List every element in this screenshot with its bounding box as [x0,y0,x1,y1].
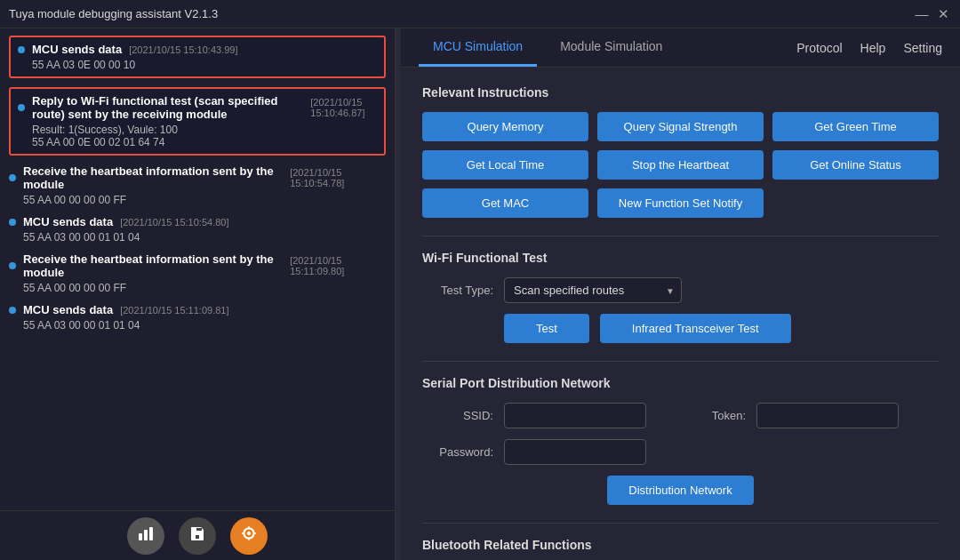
svg-rect-0 [139,533,142,540]
password-row: Password: [422,439,939,465]
log-entry-header: Receive the heartbeat information sent b… [9,252,386,279]
log-time: [2021/10/15 15:10:54.80] [120,217,228,228]
tabs-header: MCU Simulation Module Simulation Protoco… [401,28,960,68]
relevant-instructions-section: Relevant Instructions Query MemoryQuery … [422,85,939,218]
wifi-test-title: Wi-Fi Functional Test [422,251,939,265]
divider-1 [422,236,939,236]
log-dot [9,307,16,314]
bluetooth-section: Bluetooth Related Functions Bluetooth Fu… [422,538,939,560]
divider-3 [422,523,939,524]
log-dot [18,46,25,53]
log-result: Result: 1(Success), Vaule: 100 55 AA 00 … [32,124,377,148]
log-dot [18,104,25,111]
top-nav: Protocol Help Setting [796,41,942,55]
nav-setting[interactable]: Setting [903,41,942,55]
log-label: MCU sends data [23,215,113,228]
log-time: [2021/10/15 15:10:54.78] [290,167,386,188]
save-icon [188,524,206,547]
get-local-time-button[interactable]: Get Local Time [422,150,588,180]
log-data: 55 AA 03 00 00 01 01 04 [23,319,386,332]
log-time: [2021/10/15 15:10:43.99] [129,44,237,55]
test-button[interactable]: Test [504,314,589,343]
log-time: [2021/10/15 15:11:09.81] [120,305,228,316]
infrared-test-button[interactable]: Infrared Transceiver Test [600,314,791,343]
tab-mcu-simulation[interactable]: MCU Simulation [419,28,537,67]
log-area: MCU sends data[2021/10/15 15:10:43.99]55… [0,28,395,510]
chart-icon [137,524,155,547]
log-entry: Reply to Wi-Fi functional test (scan spe… [9,87,386,156]
log-label: Reply to Wi-Fi functional test (scan spe… [32,94,303,121]
wifi-test-section: Wi-Fi Functional Test Test Type: Scan sp… [422,251,939,343]
left-panel: MCU sends data[2021/10/15 15:10:43.99]55… [0,28,396,560]
chart-button[interactable] [127,517,164,555]
instructions-button-grid: Query MemoryQuery Signal StrengthGet Gre… [422,112,939,218]
log-time: [2021/10/15 15:11:09.80] [290,255,386,276]
close-button[interactable]: ✕ [935,6,951,22]
settings-button[interactable] [230,517,268,555]
serial-port-section: Serial Port Distribution Network SSID: T… [422,376,939,505]
log-label: MCU sends data [23,303,113,316]
log-entry-header: Receive the heartbeat information sent b… [9,164,386,191]
tab-module-simulation[interactable]: Module Simulation [546,28,676,67]
nav-protocol[interactable]: Protocol [796,41,842,55]
log-dot [9,219,16,226]
log-entry: MCU sends data[2021/10/15 15:10:43.99]55… [9,36,386,78]
password-label: Password: [422,445,493,459]
gear-icon [240,524,258,547]
log-data: 55 AA 00 00 00 00 FF [23,282,386,294]
wifi-test-btn-row: Test Infrared Transceiver Test [504,314,939,343]
query-signal-strength-button[interactable]: Query Signal Strength [597,112,764,141]
log-entry: Receive the heartbeat information sent b… [9,164,386,206]
password-input[interactable] [504,439,646,465]
app-title: Tuya module debugging assistant V2.1.3 [9,7,218,20]
log-data: 55 AA 03 00 00 01 01 04 [23,231,386,244]
log-entry: Receive the heartbeat information sent b… [9,252,386,294]
log-label: Receive the heartbeat information sent b… [23,164,283,191]
log-entry-header: Reply to Wi-Fi functional test (scan spe… [18,94,377,121]
get-mac-button[interactable]: Get MAC [422,188,588,218]
stop-heartbeat-button[interactable]: Stop the Heartbeat [597,150,764,180]
divider-2 [422,361,939,362]
nav-help[interactable]: Help [860,41,886,55]
minimize-button[interactable]: — [914,6,930,22]
log-entry: MCU sends data[2021/10/15 15:11:09.81]55… [9,303,386,332]
log-entry-header: MCU sends data[2021/10/15 15:11:09.81] [9,303,386,316]
new-function-set-notify-button[interactable]: New Function Set Notify [597,188,764,218]
test-type-select-wrapper: Scan specified routesOther route 1Other … [504,277,682,303]
svg-rect-1 [144,530,148,540]
serial-port-title: Serial Port Distribution Network [422,376,939,390]
query-memory-button[interactable]: Query Memory [422,112,588,141]
log-data: 55 AA 00 00 00 00 FF [23,194,386,206]
log-entry-header: MCU sends data[2021/10/15 15:10:54.80] [9,215,386,228]
log-time: [2021/10/15 15:10:46.87] [310,97,377,118]
log-dot [9,262,16,269]
titlebar: Tuya module debugging assistant V2.1.3 —… [0,0,960,28]
log-entry-header: MCU sends data[2021/10/15 15:10:43.99] [18,43,377,56]
log-data: 55 AA 03 0E 00 00 10 [32,59,377,71]
svg-rect-2 [149,527,153,540]
get-green-time-button[interactable]: Get Green Time [772,112,939,141]
right-panel: MCU Simulation Module Simulation Protoco… [401,28,960,560]
ssid-row: SSID: Token: [422,403,939,428]
token-input[interactable] [756,403,899,428]
log-label: MCU sends data [32,43,122,56]
save-button[interactable] [179,517,216,555]
log-entry: MCU sends data[2021/10/15 15:10:54.80]55… [9,215,386,244]
test-type-select[interactable]: Scan specified routesOther route 1Other … [504,277,682,303]
relevant-instructions-title: Relevant Instructions [422,85,939,100]
bluetooth-title: Bluetooth Related Functions [422,538,939,552]
get-online-status-button[interactable]: Get Online Status [772,150,939,180]
test-type-label: Test Type: [422,284,493,297]
log-dot [9,174,16,181]
bottom-toolbar [0,510,395,560]
test-type-row: Test Type: Scan specified routesOther ro… [422,277,939,303]
log-label: Receive the heartbeat information sent b… [23,252,283,279]
ssid-input[interactable] [504,403,646,428]
window-controls: — ✕ [914,6,951,22]
token-label: Token: [675,409,746,422]
content-area: Relevant Instructions Query MemoryQuery … [401,68,960,560]
main-container: MCU sends data[2021/10/15 15:10:43.99]55… [0,28,960,560]
ssid-label: SSID: [422,409,493,422]
distribution-network-button[interactable]: Distribution Network [607,476,753,505]
